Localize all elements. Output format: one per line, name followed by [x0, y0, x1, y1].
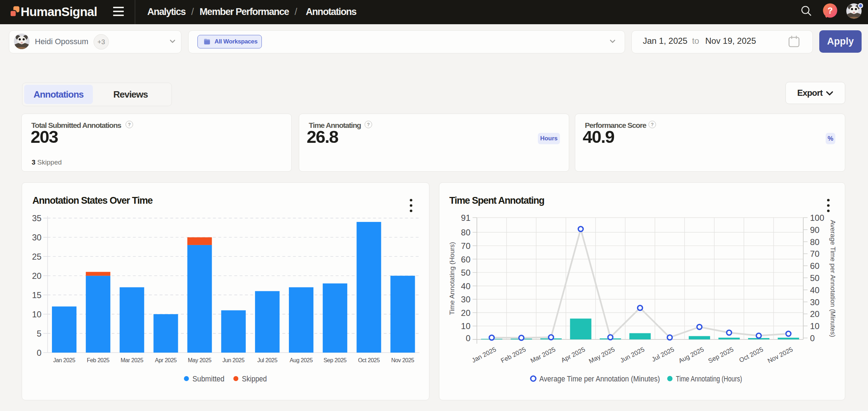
svg-text:60: 60: [461, 255, 471, 264]
svg-text:5: 5: [37, 329, 41, 338]
svg-text:70: 70: [810, 249, 820, 259]
svg-text:Time Annotating (Hours): Time Annotating (Hours): [448, 242, 456, 315]
svg-text:10: 10: [32, 309, 42, 319]
svg-text:Jul 2025: Jul 2025: [651, 346, 676, 363]
svg-text:40: 40: [810, 285, 820, 295]
svg-text:Sep 2025: Sep 2025: [707, 346, 735, 365]
svg-text:80: 80: [461, 228, 471, 237]
svg-text:40: 40: [461, 281, 471, 291]
svg-text:Time Spent Annotating: Time Spent Annotating: [449, 195, 544, 206]
svg-text:50: 50: [461, 268, 471, 277]
svg-text:70: 70: [461, 241, 471, 251]
svg-text:Apr 2025: Apr 2025: [155, 357, 177, 363]
svg-text:Aug 2025: Aug 2025: [677, 346, 705, 365]
svg-text:91: 91: [461, 213, 471, 223]
svg-text:Jun 2025: Jun 2025: [222, 357, 244, 363]
svg-text:25: 25: [32, 252, 42, 261]
svg-text:50: 50: [810, 273, 820, 283]
svg-text:Submitted: Submitted: [192, 375, 224, 383]
svg-text:Apr 2025: Apr 2025: [560, 346, 586, 364]
svg-text:35: 35: [32, 213, 42, 223]
svg-text:Sep 2025: Sep 2025: [323, 357, 346, 363]
svg-text:Aug 2025: Aug 2025: [290, 357, 313, 363]
svg-text:0: 0: [466, 333, 470, 343]
svg-text:?: ?: [827, 6, 833, 15]
svg-text:0: 0: [810, 333, 815, 343]
svg-text:Time Annotating (Hours): Time Annotating (Hours): [676, 375, 742, 383]
svg-text:Jul 2025: Jul 2025: [257, 357, 277, 363]
svg-text:Mar 2025: Mar 2025: [121, 357, 143, 363]
svg-text:Feb 2025: Feb 2025: [500, 346, 527, 364]
svg-text:Jan 2025: Jan 2025: [53, 357, 75, 363]
svg-text:Jan 2025: Jan 2025: [471, 346, 497, 364]
svg-text:20: 20: [32, 271, 42, 281]
svg-text:30: 30: [32, 233, 42, 242]
svg-text:15: 15: [32, 290, 42, 300]
svg-text:20: 20: [461, 308, 471, 318]
svg-text:30: 30: [461, 295, 471, 304]
svg-text:100: 100: [810, 213, 824, 223]
svg-text:90: 90: [810, 225, 820, 235]
svg-text:30: 30: [810, 297, 820, 307]
svg-text:Jun 2025: Jun 2025: [619, 346, 646, 364]
svg-text:Nov 2025: Nov 2025: [766, 346, 794, 365]
svg-text:60: 60: [810, 261, 820, 271]
svg-text:0: 0: [37, 348, 41, 358]
svg-text:Annotation States Over Time: Annotation States Over Time: [32, 195, 153, 206]
svg-text:Oct 2025: Oct 2025: [738, 346, 764, 364]
svg-text:10: 10: [461, 321, 471, 331]
svg-text:Oct 2025: Oct 2025: [358, 357, 380, 363]
svg-text:May 2025: May 2025: [588, 346, 616, 365]
svg-text:Average Time per Annotation (M: Average Time per Annotation (Minutes): [539, 375, 660, 383]
svg-text:Average Time per Annotation (M: Average Time per Annotation (Minutes): [829, 220, 837, 337]
svg-text:Mar 2025: Mar 2025: [529, 346, 557, 364]
svg-text:10: 10: [810, 321, 820, 331]
svg-text:Feb 2025: Feb 2025: [87, 357, 110, 363]
svg-text:80: 80: [810, 237, 820, 247]
svg-text:May 2025: May 2025: [188, 357, 212, 363]
svg-text:Nov 2025: Nov 2025: [391, 357, 414, 363]
svg-text:Skipped: Skipped: [242, 375, 267, 383]
svg-text:20: 20: [810, 309, 820, 319]
